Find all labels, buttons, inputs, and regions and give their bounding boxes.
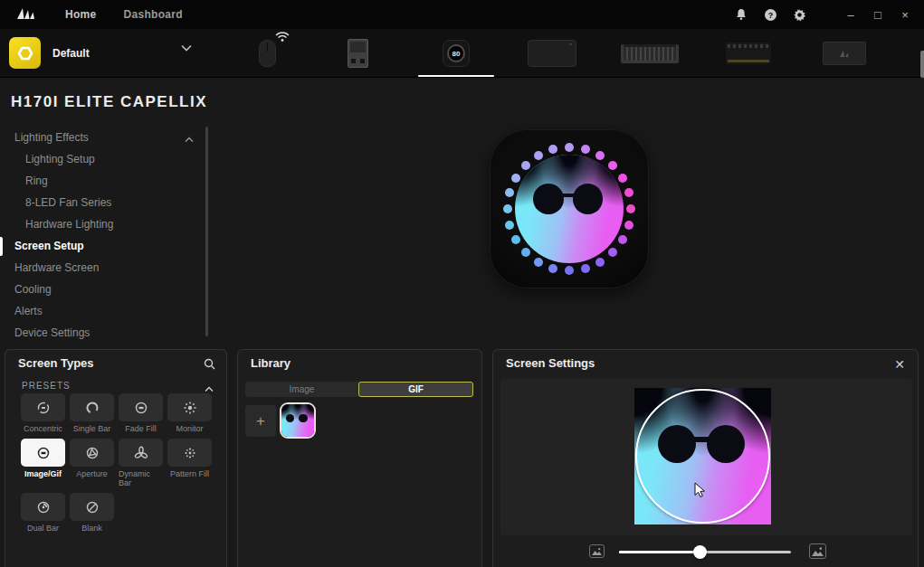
led-dot (548, 145, 557, 154)
monitor-icon (167, 393, 212, 421)
led-dot (511, 235, 520, 244)
preset-grid: Concentric Single Bar Fade Fill Monitor (21, 393, 212, 533)
presets-section-label: PRESETS (22, 381, 71, 391)
device-usb-dongle[interactable] (319, 29, 395, 78)
sunglasses-lens (299, 414, 307, 422)
led-dot (503, 204, 512, 213)
nav-dashboard[interactable]: Dashboard (124, 8, 183, 21)
tab-image[interactable]: Image (245, 382, 358, 397)
preset-fade-fill[interactable]: Fade Fill (119, 393, 163, 433)
preset-single-bar[interactable]: Single Bar (70, 393, 114, 433)
preset-image-gif[interactable]: Image/Gif (21, 439, 65, 487)
corsair-logo-icon (14, 5, 38, 24)
sidebar-item-lighting-effects[interactable]: Lighting Effects (0, 127, 205, 148)
sidebar-item-ring[interactable]: Ring (0, 170, 205, 192)
led-dot (548, 264, 557, 273)
device-scroll-indicator[interactable] (920, 51, 924, 78)
keyboard-icon (621, 44, 679, 63)
sidebar: Lighting Effects Lighting Setup Ring 8-L… (0, 127, 205, 344)
accessory-icon (823, 42, 866, 65)
zoom-slider-handle[interactable] (693, 545, 707, 559)
led-dot (618, 235, 627, 244)
preset-aperture[interactable]: Aperture (70, 439, 114, 487)
profile-selector[interactable]: Default (9, 37, 90, 69)
preset-concentric[interactable]: Concentric (21, 393, 65, 433)
device-wireless-mouse[interactable] (229, 29, 305, 78)
screen-settings-title: Screen Settings (506, 356, 595, 370)
minimize-button[interactable]: – (844, 8, 857, 22)
sidebar-item-label: Lighting Setup (25, 153, 95, 165)
usb-dongle-icon (348, 39, 368, 68)
mouse-cursor (692, 482, 707, 502)
close-button[interactable]: × (899, 8, 911, 22)
chevron-down-icon[interactable] (181, 39, 192, 55)
led-dot (565, 266, 574, 275)
chevron-up-icon[interactable] (185, 133, 194, 146)
led-dot (505, 221, 514, 230)
sidebar-item-lighting-setup[interactable]: Lighting Setup (0, 148, 205, 170)
preset-monitor[interactable]: Monitor (167, 393, 212, 433)
settings-gear-icon[interactable] (792, 7, 806, 22)
close-icon[interactable]: ✕ (894, 357, 905, 372)
preset-label: Aperture (76, 469, 108, 478)
blank-icon (70, 493, 114, 521)
sidebar-item-device-settings[interactable]: Device Settings (0, 322, 205, 344)
concentric-icon (21, 393, 65, 421)
led-dot (595, 258, 605, 267)
device-aio-cooler[interactable]: 80 (418, 29, 494, 78)
led-dot (595, 151, 605, 160)
led-dot (624, 188, 633, 197)
preset-blank[interactable]: Blank (70, 493, 114, 533)
preset-label: Image/Gif (24, 469, 62, 478)
led-dot (581, 264, 590, 273)
screen-types-title: Screen Types (18, 356, 94, 370)
nav-home[interactable]: Home (65, 8, 97, 21)
aperture-icon (70, 439, 114, 467)
memory-icon (726, 43, 771, 64)
notifications-bell-icon[interactable] (734, 7, 748, 22)
sidebar-item-hardware-screen[interactable]: Hardware Screen (0, 257, 205, 279)
single-bar-icon (70, 393, 114, 421)
device-memory-module[interactable] (710, 29, 786, 78)
page-title: H170I ELITE CAPELLIX (11, 93, 207, 111)
sidebar-item-cooling[interactable]: Cooling (0, 279, 205, 300)
led-dot (581, 145, 590, 154)
sidebar-item-screen-setup[interactable]: Screen Setup (0, 235, 205, 257)
zoom-slider-row (493, 543, 919, 562)
led-dot (626, 204, 635, 213)
library-tab-bar: Image GIF (245, 382, 473, 397)
preset-pattern-fill[interactable]: Pattern Fill (167, 439, 212, 487)
sunglasses-lens (533, 184, 564, 214)
search-icon[interactable] (204, 357, 215, 373)
device-keyboard[interactable] (612, 29, 688, 78)
sidebar-item-alerts[interactable]: Alerts (0, 300, 205, 322)
crop-circle-overlay[interactable] (635, 389, 770, 524)
sidebar-item-label: Ring (25, 175, 48, 187)
zoom-slider-track[interactable] (619, 551, 791, 553)
sunglasses-lens (286, 414, 294, 422)
sidebar-item-hardware-lighting[interactable]: Hardware Lighting (0, 213, 205, 235)
device-mousepad[interactable] (514, 29, 590, 78)
preset-dual-bar[interactable]: Dual Bar (21, 493, 65, 533)
sidebar-item-label: 8-LED Fan Series (25, 196, 111, 209)
cooler-cap-preview (490, 129, 649, 288)
image-crop-preview[interactable] (500, 379, 912, 535)
preset-label: Concentric (24, 424, 62, 433)
add-media-button[interactable]: + (245, 405, 276, 437)
preset-label: Monitor (176, 424, 203, 433)
preset-label: Pattern Fill (170, 469, 209, 478)
sidebar-item-8led-fan-series[interactable]: 8-LED Fan Series (0, 192, 205, 213)
led-dot (511, 174, 520, 183)
tab-gif[interactable]: GIF (358, 382, 473, 397)
image-large-icon (809, 543, 826, 559)
sidebar-item-label: Device Settings (14, 326, 90, 339)
cat-gif-artwork (281, 404, 314, 437)
help-icon[interactable]: ? (763, 7, 777, 22)
maximize-button[interactable]: □ (872, 8, 884, 22)
sidebar-scrollbar[interactable] (205, 127, 208, 336)
image-small-icon (589, 544, 605, 558)
device-accessory[interactable] (806, 29, 882, 78)
active-item-indicator (0, 237, 3, 256)
cat-gif-thumbnail[interactable] (280, 402, 316, 439)
preset-dynamic-bar[interactable]: Dynamic Bar (119, 439, 163, 487)
